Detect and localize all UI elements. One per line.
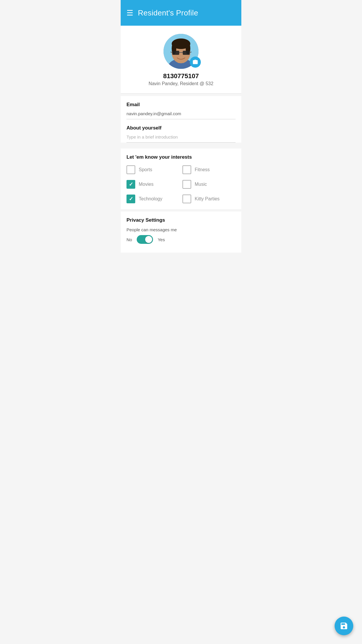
interest-item-kitty-parties: Kitty Parties: [182, 195, 236, 203]
profile-section: 8130775107 Navin Pandey, Resident @ 532: [121, 26, 241, 94]
sports-label: Sports: [139, 167, 152, 172]
toggle-thumb: [145, 236, 152, 243]
interest-item-sports: Sports: [126, 165, 180, 174]
email-value[interactable]: navin.pandey.in@gmail.com: [126, 109, 236, 119]
music-checkbox[interactable]: [182, 180, 191, 189]
interest-item-technology: Technology: [126, 195, 180, 203]
sports-checkbox[interactable]: [126, 165, 135, 174]
profile-phone: 8130775107: [163, 72, 199, 80]
privacy-messages-label: People can messages me: [126, 227, 236, 232]
avatar-wrapper: [164, 34, 198, 69]
toggle-yes-label: Yes: [158, 237, 165, 242]
camera-button[interactable]: [190, 57, 201, 68]
toggle-row: No Yes: [126, 235, 236, 244]
menu-icon[interactable]: ☰: [126, 9, 133, 17]
fitness-checkbox[interactable]: [182, 165, 191, 174]
interest-item-movies: Movies: [126, 180, 180, 189]
toggle-no-label: No: [126, 237, 132, 242]
app-header: ☰ Resident's Profile: [121, 0, 241, 26]
privacy-toggle[interactable]: [137, 235, 153, 244]
music-label: Music: [195, 182, 207, 187]
form-section: Email navin.pandey.in@gmail.com About yo…: [121, 96, 241, 143]
svg-rect-7: [172, 51, 179, 55]
interest-item-fitness: Fitness: [182, 165, 236, 174]
movies-label: Movies: [139, 182, 154, 187]
privacy-title: Privacy Settings: [126, 217, 236, 223]
kitty-parties-checkbox[interactable]: [182, 195, 191, 203]
interests-section: Let 'em know your interests Sports Fitne…: [121, 148, 241, 209]
fitness-label: Fitness: [195, 167, 210, 172]
about-label: About yourself: [126, 125, 236, 131]
svg-rect-8: [183, 51, 190, 55]
technology-label: Technology: [139, 196, 162, 202]
camera-icon: [192, 59, 198, 65]
interests-grid: Sports Fitness Movies Music Technology K…: [126, 165, 236, 203]
privacy-section: Privacy Settings People can messages me …: [121, 211, 241, 253]
interest-item-music: Music: [182, 180, 236, 189]
kitty-parties-label: Kitty Parties: [195, 196, 219, 202]
about-field-group: About yourself Type in a brief introduct…: [126, 125, 236, 143]
email-label: Email: [126, 102, 236, 108]
interests-title: Let 'em know your interests: [126, 154, 236, 160]
about-input[interactable]: Type in a brief introduction: [126, 133, 236, 143]
email-field-group: Email navin.pandey.in@gmail.com: [126, 102, 236, 119]
movies-checkbox[interactable]: [126, 180, 135, 189]
technology-checkbox[interactable]: [126, 195, 135, 203]
profile-name: Navin Pandey, Resident @ 532: [149, 81, 213, 86]
page-title: Resident's Profile: [138, 8, 198, 18]
